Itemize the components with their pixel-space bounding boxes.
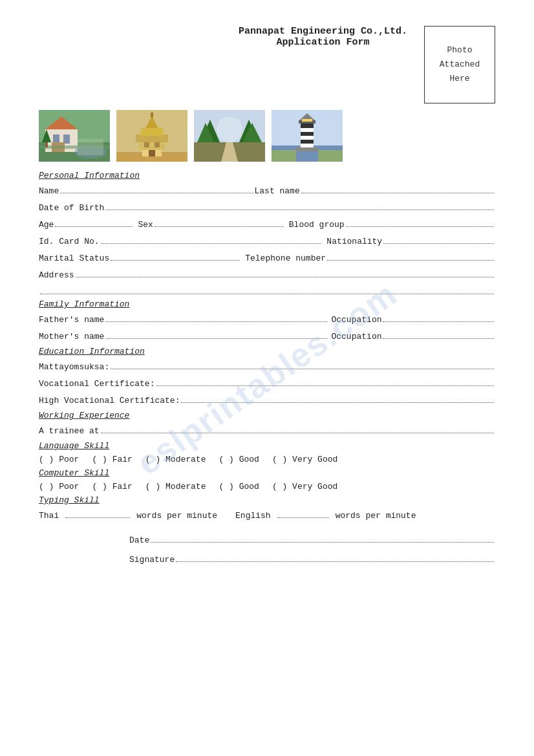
svg-rect-40 bbox=[301, 140, 314, 144]
father-line: Father's name Occupation bbox=[39, 313, 495, 325]
age-sex-blood-line: Age Sex Blood group bbox=[39, 218, 495, 230]
svg-rect-36 bbox=[301, 123, 314, 128]
svg-rect-4 bbox=[53, 135, 59, 144]
image-lighthouse bbox=[272, 110, 343, 162]
typing-skill-title: Typing Skill bbox=[39, 495, 495, 505]
mother-occ-label: Occupation bbox=[331, 332, 381, 341]
header-title: Pannapat Engineering Co.,Ltd. Applicatio… bbox=[228, 26, 418, 48]
family-info-section: Family Information Father's name Occupat… bbox=[39, 299, 495, 341]
marital-label: Marital Status bbox=[39, 254, 109, 263]
lang-moderate: ( ) Moderate bbox=[145, 455, 206, 464]
id-nationality-line: Id. Card No. Nationality bbox=[39, 235, 495, 246]
lang-fair: ( ) Fair bbox=[92, 455, 132, 464]
comp-moderate: ( ) Moderate bbox=[145, 482, 206, 491]
computer-skill-options: ( ) Poor ( ) Fair ( ) Moderate ( ) Good … bbox=[39, 482, 495, 491]
svg-rect-46 bbox=[272, 150, 296, 162]
svg-rect-38 bbox=[301, 132, 314, 136]
dob-label: Date of Birth bbox=[39, 203, 104, 213]
images-row bbox=[39, 110, 495, 162]
svg-rect-47 bbox=[318, 150, 343, 162]
mother-label: Mother's name bbox=[39, 332, 104, 341]
vocational-line: Vocational Certificate: bbox=[39, 377, 495, 389]
svg-rect-44 bbox=[302, 119, 312, 122]
svg-rect-19 bbox=[151, 113, 153, 118]
date-line: Date bbox=[129, 534, 495, 545]
trainee-line: A trainee at bbox=[39, 424, 495, 436]
name-label: Name bbox=[39, 186, 59, 196]
thai-unit: words per minute bbox=[136, 511, 217, 521]
signature-line: Signature bbox=[129, 553, 495, 565]
mattayom-line: Mattayomsuksa: bbox=[39, 360, 495, 372]
svg-rect-39 bbox=[301, 136, 314, 140]
svg-rect-21 bbox=[144, 142, 149, 147]
address-line1: Address bbox=[39, 268, 495, 280]
image-temple bbox=[116, 110, 187, 162]
age-label: Age bbox=[39, 220, 54, 230]
mother-line: Mother's name Occupation bbox=[39, 330, 495, 341]
header: Pannapat Engineering Co.,Ltd. Applicatio… bbox=[39, 26, 495, 103]
high-voc-line: High Vocational Certificate: bbox=[39, 394, 495, 405]
bottom-section: Date Signature bbox=[39, 534, 495, 565]
computer-skill-title: Computer Skill bbox=[39, 468, 495, 478]
svg-rect-45 bbox=[296, 147, 318, 151]
lang-good: ( ) Good bbox=[219, 455, 259, 464]
vocational-label: Vocational Certificate: bbox=[39, 379, 155, 389]
father-occ-label: Occupation bbox=[331, 315, 381, 325]
family-info-title: Family Information bbox=[39, 299, 495, 309]
date-label: Date bbox=[129, 535, 149, 545]
lang-poor: ( ) Poor bbox=[39, 455, 79, 464]
typing-skill-section: Typing Skill Thai words per minute Engli… bbox=[39, 495, 495, 521]
trainee-label: A trainee at bbox=[39, 426, 100, 436]
comp-good: ( ) Good bbox=[219, 482, 259, 491]
id-card-label: Id. Card No. bbox=[39, 237, 100, 246]
address-label: Address bbox=[39, 270, 74, 280]
dob-line: Date of Birth bbox=[39, 201, 495, 213]
svg-rect-9 bbox=[78, 139, 103, 155]
comp-poor: ( ) Poor bbox=[39, 482, 79, 491]
svg-rect-15 bbox=[139, 141, 165, 150]
language-skill-title: Language Skill bbox=[39, 441, 495, 451]
company-name: Pannapat Engineering Co.,Ltd. bbox=[228, 26, 418, 37]
language-skill-options: ( ) Poor ( ) Fair ( ) Moderate ( ) Good … bbox=[39, 455, 495, 464]
last-name-label: Last name bbox=[255, 186, 300, 196]
blood-label: Blood group bbox=[289, 220, 345, 230]
computer-skill-section: Computer Skill ( ) Poor ( ) Fair ( ) Mod… bbox=[39, 468, 495, 491]
mattayom-label: Mattayomsuksa: bbox=[39, 362, 109, 372]
nationality-label: Nationality bbox=[326, 237, 382, 246]
work-exp-section: Working Experience A trainee at bbox=[39, 411, 495, 436]
thai-label: Thai bbox=[39, 511, 59, 521]
application-form-page: eslprintables.com Pannapat Engineering C… bbox=[0, 0, 534, 756]
marital-telephone-line: Marital Status Telephone number bbox=[39, 252, 495, 263]
signature-label: Signature bbox=[129, 555, 175, 565]
svg-rect-5 bbox=[63, 135, 70, 144]
svg-rect-20 bbox=[149, 150, 155, 157]
education-info-section: Education Information Mattayomsuksa: Voc… bbox=[39, 347, 495, 405]
svg-rect-11 bbox=[45, 142, 48, 147]
comp-fair: ( ) Fair bbox=[92, 482, 132, 491]
father-label: Father's name bbox=[39, 315, 104, 325]
telephone-label: Telephone number bbox=[245, 254, 326, 263]
image-house bbox=[39, 110, 110, 162]
education-info-title: Education Information bbox=[39, 347, 495, 356]
svg-rect-17 bbox=[141, 128, 163, 136]
typing-row: Thai words per minute English words per … bbox=[39, 509, 495, 521]
sex-label: Sex bbox=[138, 220, 153, 230]
english-label: English bbox=[235, 511, 271, 521]
svg-rect-22 bbox=[155, 142, 160, 147]
high-voc-label: High Vocational Certificate: bbox=[39, 396, 180, 405]
name-line: Name Last name bbox=[39, 184, 495, 196]
language-skill-section: Language Skill ( ) Poor ( ) Fair ( ) Mod… bbox=[39, 441, 495, 464]
photo-label-line3: Here bbox=[449, 72, 469, 86]
comp-very-good: ( ) Very Good bbox=[272, 482, 337, 491]
address-line2 bbox=[39, 285, 495, 294]
photo-label-line1: Photo bbox=[447, 43, 472, 58]
personal-info-section: Personal Information Name Last name Date… bbox=[39, 171, 495, 294]
photo-box: Photo Attached Here bbox=[424, 26, 495, 103]
lang-very-good: ( ) Very Good bbox=[272, 455, 337, 464]
form-title: Application Form bbox=[228, 37, 418, 48]
photo-label-line2: Attached bbox=[440, 58, 480, 72]
svg-rect-37 bbox=[301, 128, 314, 132]
english-unit: words per minute bbox=[336, 511, 416, 521]
svg-point-31 bbox=[217, 116, 242, 142]
work-exp-title: Working Experience bbox=[39, 411, 495, 420]
